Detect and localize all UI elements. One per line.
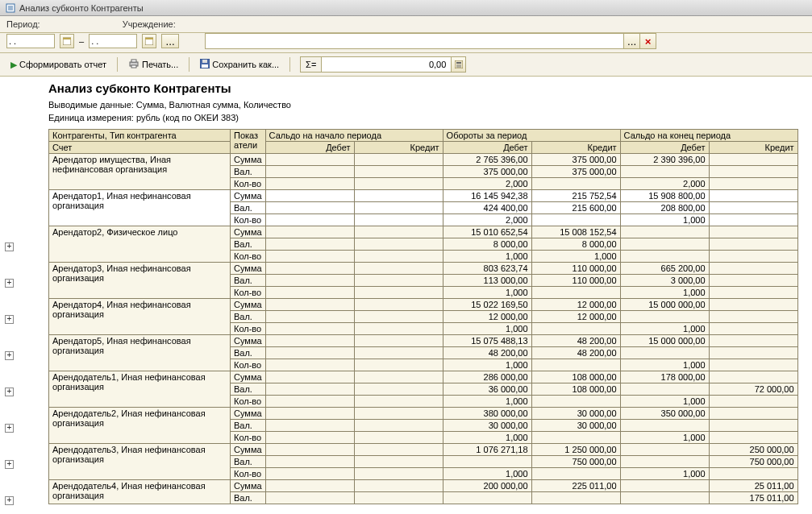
institution-input[interactable] [205,33,624,49]
expand-button[interactable] [5,496,14,505]
cell-counterparty: Арендодатель3, Иная нефинансовая организ… [49,444,231,480]
cell-value [709,263,797,275]
cell-value: 215 600,00 [531,202,620,214]
cell-value [709,154,797,166]
cell-value: 1,000 [620,287,709,299]
cell-value [354,359,443,371]
cell-value: 113 000,00 [443,275,531,287]
cell-value: 375 000,00 [531,154,620,166]
cell-value [531,214,620,226]
cell-value [265,263,354,275]
svg-rect-12 [202,64,208,68]
cell-value [265,214,354,226]
date-from-calendar-button[interactable] [60,34,74,48]
th-end-debit: Дебет [620,142,709,154]
cell-value: 8 000,00 [531,238,620,251]
th-begin-debit: Дебет [265,142,354,154]
report-table: Контрагенты, Тип контрагента Показатели … [48,129,798,504]
report-area[interactable]: Анализ субконто Контрагенты Выводимые да… [0,77,812,514]
cell-value: 108 000,00 [531,383,620,396]
cell-indicator: Сумма [231,299,266,311]
cell-value [265,432,354,444]
th-begin: Сальдо на начало периода [265,130,443,142]
cell-value [354,178,443,190]
expand-button[interactable] [5,351,14,360]
expand-button[interactable] [5,279,14,288]
cell-value: 665 200,00 [620,263,709,275]
cell-value [265,275,354,287]
cell-value [265,383,354,396]
period-label: Период: [6,19,40,29]
cell-value [354,408,443,420]
cell-value [265,299,354,311]
cell-indicator: Вал. [231,275,266,287]
cell-value [354,154,443,166]
cell-counterparty: Арендатор3, Иная нефинансовая организаци… [49,263,231,299]
cell-value: 1,000 [443,359,531,371]
cell-value [443,492,531,504]
print-button[interactable]: Печать... [123,56,184,73]
svg-point-18 [460,64,461,66]
cell-value: 12 000,00 [531,299,620,311]
cell-value [354,323,443,335]
th-indicators: Показатели [231,130,266,154]
cell-value [354,444,443,456]
cell-indicator: Сумма [231,480,266,492]
period-select-button[interactable]: ... [161,34,179,48]
cell-value: 15 075 488,13 [443,335,531,347]
expand-button[interactable] [5,388,14,396]
generate-report-button[interactable]: ▶ Сформировать отчет [5,56,112,73]
save-as-button[interactable]: Сохранить как... [194,56,285,73]
expand-button[interactable] [5,315,14,324]
cell-value: 36 000,00 [443,383,531,396]
toolbar-separator [289,57,290,72]
cell-value [354,214,443,226]
expand-button[interactable] [5,424,14,433]
table-row: Арендодатель1, Иная нефинансовая организ… [49,371,798,383]
cell-value: 2,000 [620,178,709,190]
cell-value [265,468,354,480]
cell-value: 30 000,00 [531,408,620,420]
institution-clear-button[interactable]: × [640,33,656,49]
cell-value [265,323,354,335]
toolbar: ▶ Сформировать отчет Печать... Сохранить… [0,53,812,77]
cell-value [354,263,443,275]
cell-value: 803 623,74 [443,263,531,275]
date-to-input[interactable] [89,34,137,48]
sigma-calc-button[interactable] [451,57,465,72]
expand-button[interactable] [5,460,14,469]
cell-value [265,359,354,371]
table-row: Арендатор3, Иная нефинансовая организаци… [49,263,798,275]
cell-value: 12 000,00 [531,311,620,323]
report-unit: Единица измерения: рубль (код по ОКЕИ 38… [48,111,812,124]
cell-indicator: Сумма [231,226,266,238]
institution-select-button[interactable]: ... [624,33,640,49]
date-to-calendar-button[interactable] [142,34,156,48]
cell-value [709,420,797,432]
cell-value [531,323,620,335]
cell-value [265,335,354,347]
cell-indicator: Кол-во [231,251,266,263]
cell-value [265,190,354,202]
cell-value [354,456,443,468]
cell-indicator: Кол-во [231,214,266,226]
cell-value: 1,000 [620,359,709,371]
sigma-label: Σ= [301,57,322,72]
cell-value: 225 011,00 [531,480,620,492]
cell-value [709,190,797,202]
cell-value: 380 000,00 [443,408,531,420]
date-from-input[interactable] [6,34,55,48]
floppy-icon [200,59,210,70]
cell-value: 15 000 000,00 [620,299,709,311]
cell-value: 1 076 271,18 [443,444,531,456]
cell-value [354,166,443,178]
cell-indicator: Кол-во [231,178,266,190]
cell-value [531,432,620,444]
expand-button[interactable] [5,242,14,251]
cell-value: 350 000,00 [620,408,709,420]
cell-counterparty: Арендатор5, Иная нефинансовая организаци… [49,335,231,371]
cell-value [709,226,797,238]
cell-indicator: Вал. [231,492,266,504]
cell-value [265,408,354,420]
cell-counterparty: Арендатор имущества, Иная нефинансовая о… [49,154,231,190]
